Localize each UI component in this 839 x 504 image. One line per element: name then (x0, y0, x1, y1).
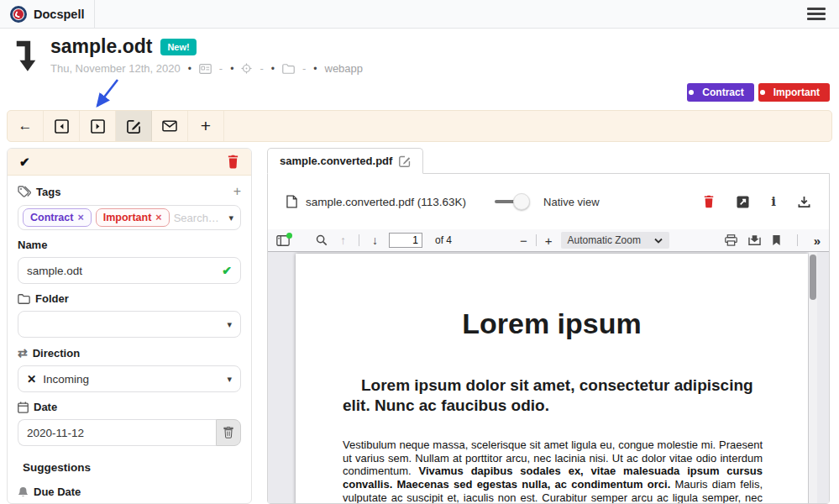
file-info-button[interactable]: i (771, 194, 776, 209)
pdf-scrollbar[interactable] (809, 252, 817, 503)
more-tools-button[interactable]: » (814, 234, 821, 248)
tab-label: sample.converted.pdf (280, 155, 392, 167)
chip-label: Contract (30, 212, 73, 223)
chevron-down-icon[interactable]: ▾ (228, 213, 233, 223)
remove-chip-icon[interactable]: × (155, 212, 161, 223)
page-number-input[interactable] (389, 233, 422, 248)
date-input[interactable]: 2020-11-12 (18, 419, 216, 446)
hamburger-menu-icon[interactable] (807, 8, 826, 20)
scrollbar-thumb[interactable] (810, 255, 816, 300)
download-button[interactable] (798, 196, 810, 208)
delete-item-button[interactable] (227, 155, 239, 169)
folder-select[interactable]: ▾ (18, 311, 241, 338)
envelope-icon (162, 120, 177, 132)
zoom-out-button[interactable]: − (517, 234, 531, 248)
native-view-label: Native view (543, 196, 599, 208)
tag-hole-icon (760, 90, 765, 95)
folder-outline-icon (18, 294, 30, 304)
date-label: Date (34, 401, 57, 413)
pdf-title: Lorem ipsum (296, 307, 808, 340)
concerning-icon (241, 63, 252, 74)
page-down-button[interactable]: ↓ (372, 234, 378, 247)
delete-attachment-button[interactable] (703, 195, 715, 208)
tag-contract[interactable]: Contract (687, 83, 753, 102)
attachment-panel: sample.converted.pdf sample.converted.pd… (267, 148, 830, 504)
add-tag-button[interactable]: + (233, 184, 241, 199)
file-name: sample.converted.pdf (113.63K) (306, 196, 466, 208)
rename-attachment-icon[interactable] (399, 155, 411, 167)
file-icon (286, 195, 297, 208)
tag-chip-contract[interactable]: Contract × (23, 208, 92, 227)
remove-chip-icon[interactable]: × (77, 212, 83, 223)
level-down-icon (13, 39, 39, 75)
file-row: sample.converted.pdf (113.63K) Native vi… (268, 174, 829, 229)
direction-section: ⇄ Direction ✕ Incoming ▾ (8, 338, 251, 392)
tab-sample-converted-pdf[interactable]: sample.converted.pdf (267, 148, 423, 174)
print-button[interactable] (725, 234, 737, 246)
tag-search-placeholder[interactable]: Search… (174, 212, 225, 224)
zoom-select[interactable]: Automatic Zoom (561, 232, 669, 249)
folder-label: Folder (35, 292, 69, 305)
separator-dot: • (313, 63, 317, 75)
page-up-button[interactable]: ↑ (340, 234, 346, 247)
confirm-metadata-button[interactable]: ✔ (19, 155, 30, 170)
tags-section: Tags + Contract × Important × Search… ▾ (8, 176, 251, 230)
tags-label: Tags (36, 186, 60, 198)
folder-icon (282, 64, 295, 74)
direction-select[interactable]: ✕ Incoming ▾ (18, 365, 241, 392)
tag-important[interactable]: Important (758, 83, 830, 102)
tag-hole-icon (689, 90, 694, 95)
tags-multiselect[interactable]: Contract × Important × Search… ▾ (18, 205, 241, 230)
chip-label: Important (103, 212, 152, 223)
due-date-section: Due Date (8, 474, 251, 504)
open-in-new-tab-button[interactable] (737, 196, 749, 208)
valid-check-icon: ✔ (222, 264, 232, 277)
direction-label: Direction (33, 347, 80, 360)
back-button[interactable]: ← (8, 111, 44, 141)
suggestions-heading: Suggestions (8, 446, 251, 474)
edit-button[interactable] (116, 111, 152, 141)
add-files-button[interactable]: + (188, 111, 224, 141)
plus-icon: + (201, 116, 211, 136)
separator-dot: • (230, 63, 233, 75)
tags-icon (18, 186, 31, 197)
item-toolbar: ← + (7, 110, 832, 142)
source-value: webapp (325, 62, 364, 75)
zoom-select-value: Automatic Zoom (568, 234, 641, 246)
prev-item-button[interactable] (44, 111, 80, 141)
zoom-in-button[interactable]: + (542, 234, 556, 248)
clear-date-button[interactable] (216, 419, 241, 446)
exchange-icon: ⇄ (18, 346, 28, 360)
tag-chip-important[interactable]: Important × (96, 208, 170, 227)
concerning-value: - (260, 62, 263, 75)
item-header: sample.odt New! Thu, November 12th, 2020… (13, 35, 363, 75)
back-icon: ← (18, 118, 33, 134)
next-item-button[interactable] (80, 111, 116, 141)
tag-label-text: Contract (702, 87, 743, 98)
item-date: Thu, November 12th, 2020 (50, 62, 181, 75)
correspondent-value: - (219, 62, 223, 75)
calendar-icon (18, 402, 29, 413)
name-input[interactable] (27, 265, 222, 277)
pdf-search-button[interactable] (316, 234, 328, 246)
metadata-sidebar: ✔ Tags + Contract × Important × Search… … (7, 148, 252, 504)
folder-value: - (302, 62, 306, 75)
sidebar-notification-dot (286, 233, 292, 239)
brand-name: Docspell (34, 8, 84, 21)
date-section: Date 2020-11-12 (8, 392, 251, 446)
brand[interactable]: Docspell (0, 0, 95, 28)
new-badge: New! (160, 39, 196, 55)
bell-icon (18, 486, 29, 498)
chevron-down-icon (654, 238, 663, 244)
pdf-body: Vestibulum neque massa, scelerisque sit … (343, 438, 763, 503)
pdf-sidebar-toggle-button[interactable] (276, 235, 290, 246)
mail-button[interactable] (152, 111, 188, 141)
attachment-card: sample.converted.pdf (113.63K) Native vi… (267, 173, 830, 504)
save-file-icon[interactable] (748, 234, 761, 246)
pdf-viewer[interactable]: Lorem ipsum Lorem ipsum dolor sit amet, … (268, 252, 829, 503)
native-view-toggle[interactable] (495, 193, 527, 210)
bookmark-icon[interactable] (772, 234, 781, 246)
clear-selection-icon[interactable]: ✕ (27, 372, 36, 386)
docspell-logo-icon (10, 6, 27, 23)
separator-dot: • (188, 63, 191, 75)
